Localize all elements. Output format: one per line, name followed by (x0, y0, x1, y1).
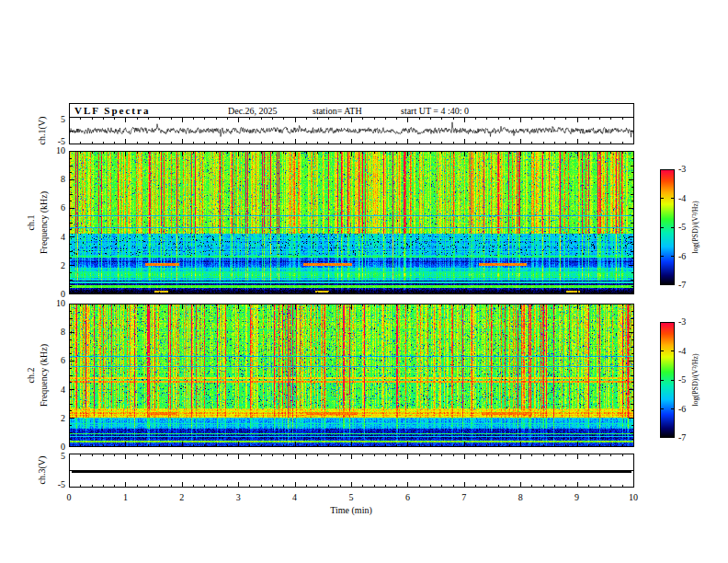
colorbar2-tick-label: -4 (678, 347, 686, 356)
ch2-spectrogram-canvas (69, 304, 634, 447)
x-tick-label: 3 (224, 493, 252, 502)
vlf-spectra-figure: VLF Spectra Dec.26, 2025 station= ATH st… (0, 0, 728, 563)
ch1-spec-ylabel-channel: ch.1 (27, 215, 36, 231)
x-tick-label: 5 (337, 493, 365, 502)
x-tick-label: 1 (111, 493, 139, 502)
colorbar1-tick-label: -3 (678, 165, 686, 174)
ch1-spectrogram-canvas (69, 151, 634, 294)
ch1-spec-y-tick-label: 10 (38, 146, 65, 155)
ch3-waveform-canvas (69, 454, 634, 488)
x-tick-label: 9 (563, 493, 591, 502)
ch2-spec-y-tick-label: 2 (38, 414, 65, 423)
ch2-spec-ylabel-channel: ch.2 (27, 368, 36, 384)
colorbar1-tick-label: -6 (678, 252, 686, 261)
ch3-wave-ymax-label: 5 (38, 452, 65, 461)
ch2-spec-y-tick-label: 10 (38, 299, 65, 308)
ch1-spec-y-tick-label: 2 (38, 261, 65, 270)
colorbar2-tick-label: -5 (678, 375, 686, 385)
colorbar2-label: log(PSD)/(V²/Hz) (692, 353, 700, 407)
ch2-spec-y-tick-label: 6 (38, 356, 65, 365)
ch1-spec-ylabel-frequency: Frequency (kHz) (40, 191, 49, 254)
date-label: Dec.26, 2025 (228, 106, 278, 116)
ch1-wave-ymax-label: 5 (38, 115, 65, 124)
x-axis-label: Time (min) (330, 505, 371, 515)
colorbar1-tick-label: -5 (678, 223, 686, 232)
colorbar-ch1 (660, 169, 675, 285)
colorbar2-tick-label: -6 (678, 405, 686, 414)
x-tick-label: 6 (393, 493, 421, 502)
x-tick-label: 4 (281, 493, 309, 502)
colorbar1-tick-label: -4 (678, 194, 686, 203)
ch1-spec-y-tick-label: 6 (38, 203, 65, 213)
x-tick-label: 2 (168, 493, 196, 502)
colorbar1-tick-label: -7 (678, 281, 686, 290)
x-tick-label: 8 (506, 493, 534, 502)
plot-title: VLF Spectra (74, 105, 150, 116)
x-tick-label: 10 (620, 493, 647, 502)
header: VLF Spectra Dec.26, 2025 station= ATH st… (69, 103, 634, 117)
x-tick-label: 0 (55, 493, 83, 502)
colorbar2-tick-label: -3 (678, 317, 686, 327)
colorbar2-tick-label: -7 (678, 433, 686, 442)
ch3-wave-ymin-label: -5 (38, 480, 65, 489)
x-tick-label: 7 (450, 493, 478, 502)
ch2-spec-y-tick-label: 4 (38, 385, 65, 395)
ch2-spec-y-tick-label: 8 (38, 327, 65, 337)
ch1-waveform-canvas (69, 117, 634, 144)
station-label: station= ATH (313, 106, 362, 116)
ch1-wave-ymin-label: -5 (38, 137, 65, 146)
ch1-spec-y-tick-label: 4 (38, 233, 65, 242)
colorbar1-label: log(PSD)/(V²/Hz) (692, 201, 700, 254)
colorbar-ch2 (660, 322, 675, 438)
ch1-spec-y-tick-label: 8 (38, 175, 65, 184)
start-ut-label: start UT = 4 :40: 0 (401, 106, 469, 116)
ch2-spec-ylabel-frequency: Frequency (kHz) (40, 344, 49, 407)
